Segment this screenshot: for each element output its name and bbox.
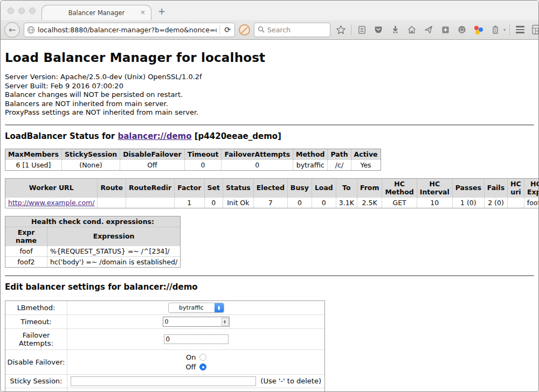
url-bar[interactable]: localhost:8880/balancer-manager?b=demo&n… <box>24 23 235 37</box>
column-header: From <box>357 178 382 197</box>
table-cell: Init Ok <box>223 197 254 208</box>
failover-attempts-input[interactable] <box>164 334 229 344</box>
tab-close-icon[interactable]: × <box>140 9 146 16</box>
browser-window: Balancer Manager × + ← localhost:8880/ba… <box>0 0 539 392</box>
proxypass-notice: ProxyPass settings are NOT inherited fro… <box>5 108 534 117</box>
column-header: Status <box>223 178 254 197</box>
search-input[interactable] <box>267 26 321 34</box>
table-row: foof2 hc('body') =~ /domain is establish… <box>5 256 181 267</box>
sticky-session-row: Sticky Session: (Use '-' to delete) <box>5 374 324 388</box>
timeout-value: 0 <box>163 318 222 325</box>
section-divider <box>5 124 534 125</box>
health-check-table: Health check cond. expressions: Expr nam… <box>5 216 181 268</box>
toolbar-divider <box>351 24 351 35</box>
column-header: Factor <box>175 178 204 197</box>
zoom-window-button[interactable] <box>29 8 36 14</box>
close-window-button[interactable] <box>8 8 14 14</box>
bookmarks-menu-icon[interactable] <box>355 23 368 36</box>
tab-balancer-manager[interactable]: Balancer Manager × <box>42 5 151 20</box>
column-header: Set <box>204 178 223 197</box>
column-header: Active <box>351 149 381 159</box>
column-header: Fails <box>484 178 507 197</box>
toolbar-divider <box>509 24 510 35</box>
table-cell: 0 <box>222 159 293 170</box>
table-cell: 0 <box>204 197 223 208</box>
radio-off-label: Off <box>185 363 196 371</box>
radio-on[interactable] <box>199 354 206 361</box>
table-cell: 2 (0) <box>484 197 507 208</box>
table-cell: http://www.example.com/ <box>5 197 98 208</box>
menu-hamburger-icon[interactable] <box>514 23 527 36</box>
radio-off[interactable] <box>199 363 206 370</box>
radio-on-label: On <box>186 353 196 361</box>
address-input[interactable]: localhost:8880/balancer-manager?b=demo&n… <box>38 26 217 34</box>
add-worker-row: Add New Worker: Are you sure? <box>5 388 324 392</box>
timeout-input[interactable]: 0 ▲▼ <box>163 317 230 327</box>
downloads-icon[interactable] <box>389 23 402 36</box>
server-version: Server Version: Apache/2.5.0-dev (Unix) … <box>5 73 534 82</box>
table-row: foof %{REQUEST_STATUS} =~ /^[234]/ <box>5 246 181 256</box>
balancer-settings-form: LBmethod: bytraffic ▲▼ Timeout: 0 ▲▼ <box>5 300 325 392</box>
overflow-caret-icon[interactable]: ▾ <box>503 27 506 32</box>
column-header: MaxMembers <box>5 149 62 159</box>
reload-icon[interactable]: ⟳ <box>223 25 232 34</box>
server-built: Server Built: Feb 9 2016 07:00:20 <box>5 82 534 91</box>
status-heading-suffix: [p4420eeae_demo] <box>192 131 281 141</box>
feedback-smiley-icon[interactable] <box>455 23 468 36</box>
add-worker-label: Add New Worker: <box>5 388 67 392</box>
disable-failover-row: Disable Failover: On Off <box>5 349 324 374</box>
page-title: Load Balancer Manager for localhost <box>5 51 534 65</box>
table-cell: GET <box>382 197 417 208</box>
page-content: Load Balancer Manager for localhost Serv… <box>1 40 538 392</box>
sticky-session-input[interactable] <box>71 376 256 386</box>
lbmethod-select[interactable]: bytraffic ▲▼ <box>168 303 224 313</box>
table-cell: (None) <box>61 159 120 170</box>
table-cell: 0 <box>184 159 222 170</box>
column-header: FailoverAttempts <box>222 149 293 159</box>
pocket-icon[interactable] <box>372 23 385 36</box>
table-cell: 1 (0) <box>452 197 484 208</box>
table-cell: 2.5K <box>357 197 382 208</box>
table-cell: Yes <box>351 159 381 170</box>
send-tab-icon[interactable] <box>422 23 435 36</box>
back-button[interactable]: ← <box>4 22 20 38</box>
column-header: Route <box>98 178 126 197</box>
column-header: HC Method <box>382 178 417 197</box>
lbmethod-selected-value: bytraffic <box>169 304 215 311</box>
timeout-label: Timeout: <box>5 315 67 328</box>
blocked-content-icon[interactable] <box>239 24 250 36</box>
column-header: Passes <box>452 178 484 197</box>
table-cell: 0 <box>287 197 312 208</box>
column-header: HC Interval <box>417 178 452 197</box>
worker-url-link[interactable]: http://www.example.com/ <box>8 199 94 207</box>
extension-colored-dots-icon[interactable] <box>472 23 485 36</box>
table-cell: 0 <box>312 197 336 208</box>
column-header: Elected <box>253 178 287 197</box>
disable-failover-label: Disable Failover: <box>5 350 67 374</box>
column-header: HC Expr <box>524 178 538 197</box>
home-icon[interactable] <box>405 23 418 36</box>
balancer-demo-link[interactable]: balancer://demo <box>118 131 191 141</box>
table-row: http://www.example.com/10Init Ok7003.1K2… <box>5 197 539 208</box>
column-header: Worker URL <box>5 178 98 197</box>
search-bar[interactable] <box>254 23 330 37</box>
new-tab-button[interactable]: + <box>158 6 165 17</box>
column-header: Load <box>312 178 336 197</box>
window-controls <box>8 8 36 14</box>
table-cell: bytraffic <box>293 159 328 170</box>
number-stepper-icon[interactable]: ▲▼ <box>222 318 229 326</box>
apps-grid-icon[interactable] <box>530 23 539 36</box>
server-info: Server Version: Apache/2.5.0-dev (Unix) … <box>5 73 534 117</box>
minimize-window-button[interactable] <box>18 8 25 14</box>
battery-status-icon[interactable] <box>489 23 502 36</box>
save-page-icon[interactable] <box>439 23 452 36</box>
health-table-title: Health check cond. expressions: <box>5 216 181 227</box>
inherit-notice: Balancers are NOT inherited from main se… <box>5 100 534 109</box>
expr-name-cell: foof2 <box>5 256 47 267</box>
search-icon <box>258 25 265 35</box>
sticky-session-hint: (Use '-' to delete) <box>260 377 321 385</box>
column-header: Path <box>328 149 351 159</box>
globe-icon <box>26 25 35 34</box>
bookmark-star-icon[interactable] <box>334 23 347 36</box>
table-cell <box>508 197 524 208</box>
